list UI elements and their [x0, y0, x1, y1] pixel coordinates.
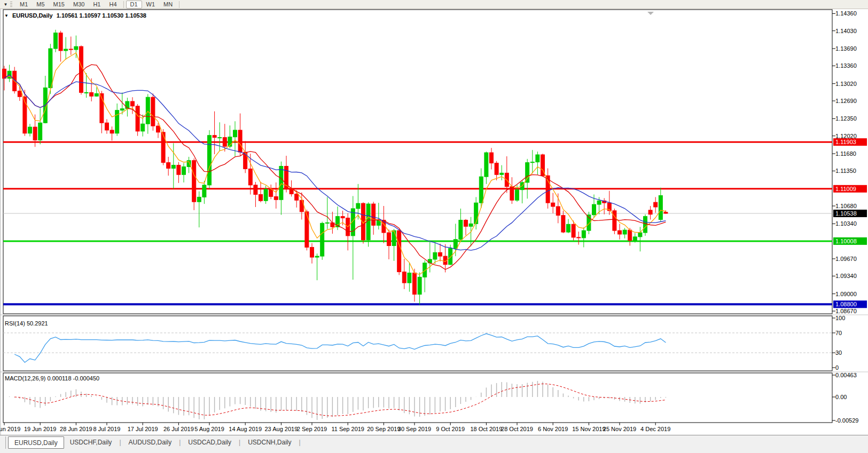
- macd-tick-label: -0.00529: [835, 417, 858, 424]
- timeframe-buttons: M1M5M15M30H1H4D1W1MN: [15, 1, 182, 9]
- timeframe-button-m1[interactable]: M1: [15, 1, 32, 9]
- main-panel[interactable]: [3, 10, 832, 314]
- date-tick-label: 5 Aug 2019: [194, 426, 224, 432]
- timeframe-button-mn[interactable]: MN: [159, 1, 177, 9]
- date-tick-label: 9 Oct 2019: [436, 426, 465, 432]
- price-tick-label: 1.09670: [835, 256, 857, 262]
- date-tick-label: 18 Oct 2019: [470, 426, 502, 432]
- date-tick-label: 10 Jun 2019: [0, 426, 20, 432]
- timeframe-button-d1[interactable]: D1: [126, 1, 142, 9]
- price-tick-label: 1.12350: [835, 115, 857, 122]
- price-tick-label: 1.09000: [835, 291, 857, 297]
- timeframe-button-h1[interactable]: H1: [89, 1, 105, 9]
- date-tick-label: 25 Nov 2019: [603, 426, 636, 432]
- level-price-label: 1.08800: [835, 301, 857, 307]
- timeframe-button-w1[interactable]: W1: [142, 1, 160, 9]
- date-tick-label: 15 Nov 2019: [572, 426, 605, 432]
- rsi-tick-label: 70: [835, 330, 842, 336]
- symbol-tab-eurusd[interactable]: EURUSD,Daily: [8, 436, 64, 449]
- level-price-label: 1.11009: [835, 186, 856, 192]
- date-tick-label: 28 Jun 2019: [60, 426, 92, 432]
- current-price-label: 1.10538: [835, 210, 857, 217]
- price-tick-label: 1.10340: [835, 220, 857, 227]
- toolbar-separator: [179, 1, 179, 8]
- date-tick-label: 11 Sep 2019: [331, 426, 364, 432]
- price-tick-label: 1.13020: [835, 81, 857, 87]
- tab-separator: |: [177, 436, 182, 446]
- tab-separator: |: [297, 436, 302, 446]
- timeframe-button-m15[interactable]: M15: [49, 1, 69, 9]
- timeframe-button-m30[interactable]: M30: [69, 1, 89, 9]
- date-tick-label: 23 Aug 2019: [265, 426, 298, 432]
- date-tick-label: 30 Sep 2019: [398, 426, 431, 432]
- price-tick-label: 1.11680: [835, 150, 856, 157]
- tab-separator: |: [237, 436, 242, 446]
- toolbar-separator: [123, 1, 124, 8]
- rsi-indicator-label: RSI(14) 50.2921: [5, 320, 48, 327]
- tab-separator: |: [118, 436, 122, 446]
- chart-title: ▼ EURUSD,Daily 1.10561 1.10597 1.10530 1…: [4, 12, 146, 19]
- chart-window: 1.143601.140301.136901.133601.130201.126…: [0, 9, 868, 435]
- date-tick-label: 26 Jul 2019: [163, 426, 194, 432]
- date-tick-label: 6 Nov 2019: [538, 426, 568, 432]
- macd-tick-label: 0.00463: [835, 372, 857, 378]
- date-tick-label: 20 Sep 2019: [367, 426, 400, 432]
- date-tick-label: 2 Sep 2019: [297, 426, 327, 432]
- price-tick-label: 1.10680: [835, 203, 857, 209]
- symbol-tab-audusd[interactable]: AUDUSD,Daily: [123, 436, 178, 449]
- date-tick-label: 14 Aug 2019: [229, 426, 262, 432]
- price-tick-label: 1.09340: [835, 273, 857, 279]
- macd-tick-label: 0.00: [835, 394, 847, 400]
- price-tick-label: 1.13690: [835, 45, 857, 52]
- price-tick-label: 1.14030: [835, 28, 857, 34]
- date-tick-label: 4 Dec 2019: [640, 426, 670, 432]
- ohlc-values: 1.10561 1.10597 1.10530 1.10538: [57, 12, 146, 19]
- price-tick-label: 1.12020: [835, 133, 857, 139]
- symbol-tab-usdcnh[interactable]: USDCNH,Daily: [242, 436, 297, 449]
- level-price-label: 1.10008: [835, 238, 857, 244]
- collapse-arrow-icon[interactable]: ▼: [4, 13, 9, 18]
- rsi-tick-label: 0: [835, 364, 839, 371]
- tabbar-notch: [0, 436, 6, 449]
- date-tick-label: 17 Jul 2019: [128, 426, 158, 432]
- rsi-tick-label: 100: [835, 315, 845, 321]
- price-tick-label: 1.14360: [835, 10, 857, 17]
- price-tick-label: 1.08670: [835, 308, 857, 314]
- price-chart[interactable]: 1.143601.140301.136901.133601.130201.126…: [0, 9, 868, 435]
- chart-dropdown-icon[interactable]: ▼: [2, 2, 9, 7]
- symbol-tabbar: EURUSD,DailyUSDCHF,Daily|AUDUSD,Daily|US…: [0, 435, 868, 453]
- rsi-panel[interactable]: [3, 316, 832, 371]
- macd-indicator-label: MACD(12,26,9) 0.000118 -0.000450: [5, 375, 99, 382]
- level-price-label: 1.11903: [835, 139, 856, 145]
- price-tick-label: 1.12690: [835, 98, 857, 104]
- date-tick-label: 19 Jun 2019: [24, 426, 57, 432]
- symbol-tab-usdcad[interactable]: USDCAD,Daily: [182, 436, 237, 449]
- symbol-period-label: EURUSD,Daily: [12, 12, 53, 19]
- timeframe-toolbar: ▼ M1M5M15M30H1H4D1W1MN: [0, 0, 868, 9]
- date-tick-label: 28 Oct 2019: [501, 426, 533, 432]
- timeframe-button-m5[interactable]: M5: [32, 1, 49, 9]
- price-tick-label: 1.13360: [835, 62, 857, 69]
- rsi-tick-label: 30: [835, 349, 842, 356]
- symbol-tab-usdchf[interactable]: USDCHF,Daily: [64, 436, 118, 449]
- timeframe-button-h4[interactable]: H4: [105, 1, 121, 9]
- date-tick-label: 8 Jul 2019: [93, 426, 121, 432]
- price-tick-label: 1.11350: [835, 168, 856, 174]
- toolbar-grip-handle[interactable]: [10, 2, 12, 7]
